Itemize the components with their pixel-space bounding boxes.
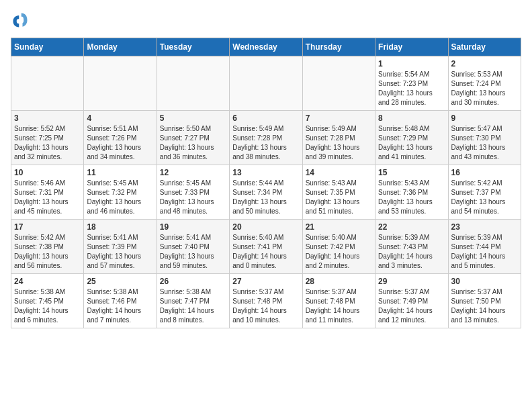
day-info: Sunrise: 5:49 AM Sunset: 7:28 PM Dayligh… (306, 124, 372, 162)
calendar-cell: 19Sunrise: 5:41 AM Sunset: 7:40 PM Dayli… (157, 220, 229, 274)
day-info: Sunrise: 5:44 AM Sunset: 7:34 PM Dayligh… (232, 179, 299, 216)
calendar-cell (11, 56, 84, 111)
calendar-cell: 16Sunrise: 5:42 AM Sunset: 7:37 PM Dayli… (448, 165, 521, 220)
weekday-header: Tuesday (157, 38, 229, 56)
weekday-header: Wednesday (230, 38, 302, 56)
day-info: Sunrise: 5:39 AM Sunset: 7:44 PM Dayligh… (451, 233, 518, 271)
calendar-week-row: 1Sunrise: 5:54 AM Sunset: 7:23 PM Daylig… (11, 56, 521, 111)
day-info: Sunrise: 5:39 AM Sunset: 7:43 PM Dayligh… (378, 233, 445, 271)
calendar-cell: 11Sunrise: 5:45 AM Sunset: 7:32 PM Dayli… (84, 165, 157, 220)
day-info: Sunrise: 5:47 AM Sunset: 7:30 PM Dayligh… (451, 124, 518, 162)
day-info: Sunrise: 5:37 AM Sunset: 7:48 PM Dayligh… (232, 287, 299, 325)
logo-icon (11, 11, 30, 30)
day-info: Sunrise: 5:37 AM Sunset: 7:50 PM Dayligh… (451, 287, 518, 325)
day-number: 26 (160, 277, 226, 286)
day-number: 2 (451, 59, 518, 68)
day-info: Sunrise: 5:43 AM Sunset: 7:36 PM Dayligh… (378, 179, 445, 216)
day-number: 22 (378, 222, 445, 232)
day-info: Sunrise: 5:54 AM Sunset: 7:23 PM Dayligh… (378, 70, 445, 107)
day-number: 15 (378, 168, 445, 177)
calendar-cell: 27Sunrise: 5:37 AM Sunset: 7:48 PM Dayli… (230, 274, 302, 328)
calendar-cell: 9Sunrise: 5:47 AM Sunset: 7:30 PM Daylig… (448, 111, 521, 165)
day-info: Sunrise: 5:48 AM Sunset: 7:29 PM Dayligh… (378, 124, 445, 162)
day-info: Sunrise: 5:50 AM Sunset: 7:27 PM Dayligh… (160, 124, 226, 162)
weekday-header: Monday (84, 38, 157, 56)
calendar-cell: 2Sunrise: 5:53 AM Sunset: 7:24 PM Daylig… (448, 56, 521, 111)
page-header (11, 11, 521, 30)
day-info: Sunrise: 5:52 AM Sunset: 7:25 PM Dayligh… (14, 124, 81, 162)
calendar-cell: 29Sunrise: 5:37 AM Sunset: 7:49 PM Dayli… (375, 274, 448, 328)
calendar-cell: 6Sunrise: 5:49 AM Sunset: 7:28 PM Daylig… (230, 111, 302, 165)
day-number: 12 (160, 168, 226, 177)
calendar-week-row: 17Sunrise: 5:42 AM Sunset: 7:38 PM Dayli… (11, 220, 521, 274)
calendar-cell: 18Sunrise: 5:41 AM Sunset: 7:39 PM Dayli… (84, 220, 157, 274)
logo (11, 11, 32, 30)
weekday-header: Thursday (302, 38, 375, 56)
day-number: 17 (14, 222, 81, 232)
day-info: Sunrise: 5:38 AM Sunset: 7:45 PM Dayligh… (14, 287, 81, 325)
calendar-cell: 23Sunrise: 5:39 AM Sunset: 7:44 PM Dayli… (448, 220, 521, 274)
calendar-cell: 1Sunrise: 5:54 AM Sunset: 7:23 PM Daylig… (375, 56, 448, 111)
day-number: 20 (232, 222, 299, 232)
day-number: 11 (87, 168, 153, 177)
calendar-cell (157, 56, 229, 111)
weekday-row: SundayMondayTuesdayWednesdayThursdayFrid… (11, 38, 521, 56)
day-number: 30 (451, 277, 518, 286)
calendar-cell: 14Sunrise: 5:43 AM Sunset: 7:35 PM Dayli… (302, 165, 375, 220)
day-number: 7 (306, 113, 372, 123)
day-info: Sunrise: 5:37 AM Sunset: 7:49 PM Dayligh… (378, 287, 445, 325)
calendar-week-row: 24Sunrise: 5:38 AM Sunset: 7:45 PM Dayli… (11, 274, 521, 328)
day-number: 16 (451, 168, 518, 177)
day-info: Sunrise: 5:43 AM Sunset: 7:35 PM Dayligh… (306, 179, 372, 216)
calendar-cell: 7Sunrise: 5:49 AM Sunset: 7:28 PM Daylig… (302, 111, 375, 165)
day-number: 9 (451, 113, 518, 123)
day-info: Sunrise: 5:45 AM Sunset: 7:33 PM Dayligh… (160, 179, 226, 216)
calendar-cell: 30Sunrise: 5:37 AM Sunset: 7:50 PM Dayli… (448, 274, 521, 328)
day-info: Sunrise: 5:38 AM Sunset: 7:46 PM Dayligh… (87, 287, 153, 325)
day-number: 27 (232, 277, 299, 286)
day-number: 23 (451, 222, 518, 232)
day-number: 19 (160, 222, 226, 232)
day-info: Sunrise: 5:42 AM Sunset: 7:37 PM Dayligh… (451, 179, 518, 216)
day-info: Sunrise: 5:49 AM Sunset: 7:28 PM Dayligh… (232, 124, 299, 162)
day-info: Sunrise: 5:38 AM Sunset: 7:47 PM Dayligh… (160, 287, 226, 325)
calendar-cell: 26Sunrise: 5:38 AM Sunset: 7:47 PM Dayli… (157, 274, 229, 328)
calendar-cell: 28Sunrise: 5:37 AM Sunset: 7:48 PM Dayli… (302, 274, 375, 328)
day-number: 8 (378, 113, 445, 123)
calendar-cell: 17Sunrise: 5:42 AM Sunset: 7:38 PM Dayli… (11, 220, 84, 274)
day-number: 21 (306, 222, 372, 232)
calendar-body: 1Sunrise: 5:54 AM Sunset: 7:23 PM Daylig… (11, 56, 521, 328)
day-number: 13 (232, 168, 299, 177)
day-info: Sunrise: 5:40 AM Sunset: 7:41 PM Dayligh… (232, 233, 299, 271)
calendar-cell (84, 56, 157, 111)
calendar-cell: 24Sunrise: 5:38 AM Sunset: 7:45 PM Dayli… (11, 274, 84, 328)
calendar-cell: 3Sunrise: 5:52 AM Sunset: 7:25 PM Daylig… (11, 111, 84, 165)
day-info: Sunrise: 5:37 AM Sunset: 7:48 PM Dayligh… (306, 287, 372, 325)
day-number: 4 (87, 113, 153, 123)
calendar-cell: 20Sunrise: 5:40 AM Sunset: 7:41 PM Dayli… (230, 220, 302, 274)
calendar-header: SundayMondayTuesdayWednesdayThursdayFrid… (11, 38, 521, 56)
weekday-header: Saturday (448, 38, 521, 56)
day-number: 18 (87, 222, 153, 232)
day-number: 5 (160, 113, 226, 123)
weekday-header: Friday (375, 38, 448, 56)
calendar-cell: 15Sunrise: 5:43 AM Sunset: 7:36 PM Dayli… (375, 165, 448, 220)
day-number: 24 (14, 277, 81, 286)
day-info: Sunrise: 5:46 AM Sunset: 7:31 PM Dayligh… (14, 179, 81, 216)
weekday-header: Sunday (11, 38, 84, 56)
day-info: Sunrise: 5:40 AM Sunset: 7:42 PM Dayligh… (306, 233, 372, 271)
day-number: 10 (14, 168, 81, 177)
day-number: 14 (306, 168, 372, 177)
day-number: 1 (378, 59, 445, 68)
calendar-cell: 10Sunrise: 5:46 AM Sunset: 7:31 PM Dayli… (11, 165, 84, 220)
day-number: 29 (378, 277, 445, 286)
calendar-cell: 12Sunrise: 5:45 AM Sunset: 7:33 PM Dayli… (157, 165, 229, 220)
day-number: 6 (232, 113, 299, 123)
day-info: Sunrise: 5:51 AM Sunset: 7:26 PM Dayligh… (87, 124, 153, 162)
day-number: 3 (14, 113, 81, 123)
calendar-cell: 22Sunrise: 5:39 AM Sunset: 7:43 PM Dayli… (375, 220, 448, 274)
day-info: Sunrise: 5:53 AM Sunset: 7:24 PM Dayligh… (451, 70, 518, 107)
day-info: Sunrise: 5:41 AM Sunset: 7:39 PM Dayligh… (87, 233, 153, 271)
calendar-table: SundayMondayTuesdayWednesdayThursdayFrid… (11, 38, 521, 328)
calendar-cell: 25Sunrise: 5:38 AM Sunset: 7:46 PM Dayli… (84, 274, 157, 328)
